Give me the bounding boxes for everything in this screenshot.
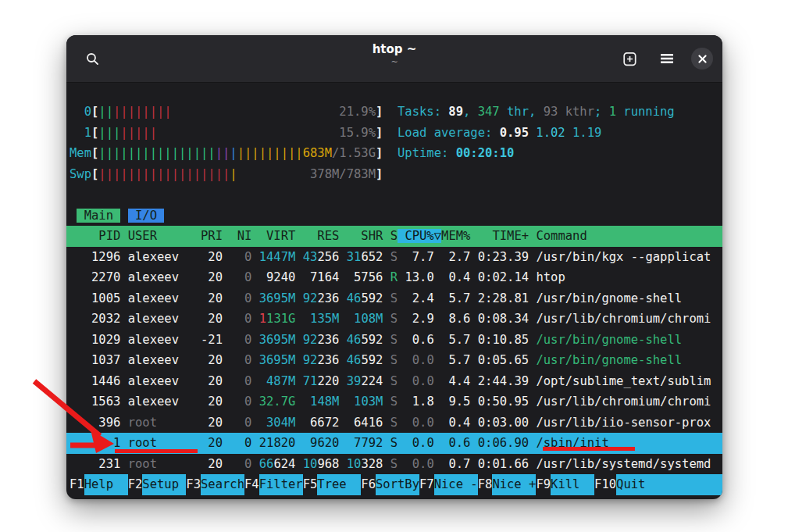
close-button[interactable] (691, 48, 713, 70)
fkey-f2-key: F2 (128, 474, 143, 495)
cell-mem: 0.4 (434, 270, 471, 284)
cell-shr: 108M (339, 312, 383, 326)
tab-main[interactable]: Main (77, 209, 120, 223)
cell-s: S (383, 374, 398, 388)
cell-shr: 7792 (339, 436, 383, 450)
column-header-time[interactable]: TIME+ (470, 229, 529, 243)
cell-cpu: 7.7 (398, 250, 434, 264)
column-header-ni[interactable]: NI (223, 229, 251, 243)
cell-time: 0:50.95 (470, 395, 529, 409)
new-tab-button[interactable] (616, 45, 643, 72)
process-row-selected[interactable]: 1 root 20 0 21820 9620 7792 S 0.0 0.6 0:… (66, 433, 722, 454)
cell-shr: 6416 (339, 416, 383, 430)
cell-res: 92236 (295, 353, 339, 367)
search-button[interactable] (79, 45, 105, 72)
fkey-f10-key: F10 (594, 474, 616, 495)
fkey-f5-key: F5 (303, 474, 318, 495)
cell-user: root (120, 416, 193, 430)
console-window: htop ~ ~ (66, 35, 722, 499)
cell-ni: 0 (223, 374, 251, 388)
cell-time: 0:03.00 (470, 416, 529, 430)
cell-cpu: 1.8 (398, 395, 434, 409)
fkey-f8-nice-[interactable]: Nice + (492, 474, 536, 495)
fkey-f7-nice-[interactable]: Nice - (434, 474, 478, 495)
cell-user: alexeev (120, 270, 193, 284)
tab-bar: Main I/O (66, 205, 722, 227)
cell-cpu: 0.0 (398, 457, 434, 471)
column-header-shr[interactable]: SHR (339, 229, 383, 243)
cell-ni: 0 (223, 395, 251, 409)
column-header-pid[interactable]: PID (70, 229, 120, 243)
cell-ni: 0 (223, 353, 251, 367)
fkey-f6-sortby[interactable]: SortBy (376, 474, 419, 495)
cell-res: 92236 (295, 333, 339, 347)
cell-ni: 0 (223, 416, 251, 430)
cell-pri: 20 (194, 416, 223, 430)
process-row[interactable]: 1029 alexeev -21 0 3695M 92236 46592 S 0… (66, 330, 722, 351)
column-header-virt[interactable]: VIRT (251, 229, 295, 243)
fkey-f9-kill[interactable]: Kill (551, 474, 594, 495)
cell-time: 0:01.66 (470, 457, 529, 471)
column-header-command[interactable]: Command (529, 229, 587, 243)
process-row[interactable]: 1037 alexeev 20 0 3695M 92236 46592 S 0.… (66, 350, 722, 371)
new-tab-icon (622, 52, 637, 66)
column-header-user[interactable]: USER (120, 229, 193, 243)
cell-pri: 20 (194, 457, 223, 471)
cell-command: /sbin/init (529, 436, 609, 450)
cell-virt: 21820 (251, 436, 295, 450)
cell-pri: 20 (194, 250, 223, 264)
cell-cpu: 0.0 (398, 436, 434, 450)
cell-shr: 46592 (339, 333, 383, 347)
process-row[interactable]: 1446 alexeev 20 0 487M 71220 39224 S 0.0… (66, 371, 722, 392)
cell-s: S (383, 353, 398, 367)
cell-pri: -21 (194, 333, 223, 347)
cell-s: S (383, 395, 398, 409)
process-row[interactable]: 2032 alexeev 20 0 1131G 135M 108M S 2.9 … (66, 309, 722, 330)
column-header-cpu[interactable]: CPU% (398, 229, 434, 243)
fkey-f1-help[interactable]: Help (84, 474, 128, 495)
cell-user: alexeev (120, 312, 193, 326)
cell-cpu: 2.4 (398, 291, 434, 305)
cell-virt: 3695M (251, 333, 295, 347)
cell-res: 9620 (295, 436, 339, 450)
column-header-res[interactable]: RES (295, 229, 339, 243)
process-row[interactable]: 1296 alexeev 20 0 1447M 43256 31652 S 7.… (66, 247, 722, 268)
cell-user: alexeev (120, 374, 193, 388)
cell-mem: 0.7 (434, 457, 471, 471)
fkey-f6-key: F6 (361, 474, 376, 495)
cell-time: 2:28.81 (470, 291, 529, 305)
fkey-f5-tree[interactable]: Tree (317, 474, 361, 495)
cell-mem: 8.6 (434, 312, 471, 326)
process-row[interactable]: 1005 alexeev 20 0 3695M 92236 46592 S 2.… (66, 288, 722, 309)
fkey-f10-quit[interactable]: Quit (616, 474, 645, 495)
menu-button[interactable] (654, 45, 680, 72)
process-row[interactable]: 2270 alexeev 20 0 9240 7164 5756 R 13.0 … (66, 267, 722, 288)
titlebar[interactable]: htop ~ ~ (66, 35, 722, 83)
process-row[interactable]: 396 root 20 0 304M 6672 6416 S 0.0 0.4 0… (66, 412, 722, 434)
cell-virt: 3695M (251, 291, 295, 305)
tab-io[interactable]: I/O (128, 209, 165, 223)
fkey-f7-key: F7 (419, 474, 434, 495)
cell-cpu: 13.0 (398, 270, 434, 284)
function-key-bar: F1Help F2Setup F3SearchF4FilterF5Tree F6… (66, 474, 722, 495)
cell-pid: 1563 (70, 395, 120, 409)
column-header-pri[interactable]: PRI (194, 229, 223, 243)
fkey-bar-filler (645, 474, 722, 495)
cell-ni: 0 (223, 312, 251, 326)
fkey-f3-search[interactable]: Search (201, 474, 244, 495)
process-row[interactable]: 1563 alexeev 20 0 32.7G 148M 103M S 1.8 … (66, 391, 722, 412)
cell-user: alexeev (120, 395, 193, 409)
process-row[interactable]: 231 root 20 0 66624 10968 10328 S 0.0 0.… (66, 454, 722, 475)
cell-command: /usr/bin/gnome-shell (529, 333, 682, 347)
fkey-f4-filter[interactable]: Filter (259, 474, 303, 495)
cell-pid: 231 (70, 457, 120, 471)
meter-line-0: 0[|||||||||| 21.9%] Tasks: 89, 347 thr, … (66, 102, 722, 123)
cell-virt: 9240 (251, 270, 295, 284)
cell-virt: 1447M (251, 250, 295, 264)
column-header-s[interactable]: S (383, 229, 398, 243)
fkey-f2-setup[interactable]: Setup (142, 474, 186, 495)
cell-pid: 1005 (70, 291, 120, 305)
cell-res: 43256 (295, 250, 339, 264)
cell-shr: 10328 (339, 457, 383, 471)
column-header-mem[interactable]: ▽MEM% (434, 229, 471, 243)
